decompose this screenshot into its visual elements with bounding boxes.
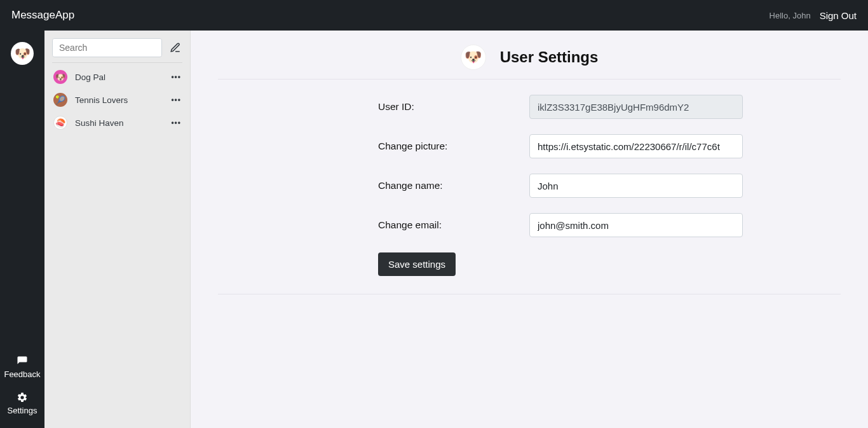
chat-avatar: 🍣 <box>53 116 67 130</box>
chat-avatar: 🎾 <box>53 93 67 107</box>
rail-feedback[interactable]: Feedback <box>0 352 44 383</box>
label-email: Change email: <box>218 219 529 231</box>
form-row-name: Change name: <box>218 174 841 198</box>
rail-settings-label: Settings <box>8 406 37 415</box>
divider <box>218 79 841 79</box>
save-settings-button[interactable]: Save settings <box>378 252 456 276</box>
chat-bubble-icon <box>17 356 28 367</box>
divider <box>52 62 182 63</box>
main-content: 🐶 User Settings User ID: Change picture:… <box>191 31 868 428</box>
chat-name: Sushi Haven <box>75 118 163 128</box>
chat-more-button[interactable]: ••• <box>171 72 181 81</box>
search-input[interactable] <box>53 39 162 57</box>
navbar-right: Hello, John Sign Out <box>770 10 857 21</box>
label-picture: Change picture: <box>218 141 529 152</box>
rail-feedback-label: Feedback <box>4 369 40 379</box>
user-id-field <box>529 95 743 119</box>
page-title: User Settings <box>500 48 599 66</box>
form-row-picture: Change picture: <box>218 134 841 158</box>
settings-form: User ID: Change picture: Change name: Ch… <box>218 95 841 276</box>
chat-more-button[interactable]: ••• <box>171 95 181 104</box>
chat-list-panel: 🐶 Dog Pal ••• 🎾 Tennis Lovers ••• 🍣 Sush… <box>44 31 191 428</box>
gear-icon <box>17 392 28 403</box>
picture-field[interactable] <box>529 134 743 158</box>
chat-name: Dog Pal <box>75 72 163 82</box>
label-user-id: User ID: <box>218 101 529 113</box>
top-navbar: MessageApp Hello, John Sign Out <box>0 0 868 31</box>
sign-out-button[interactable]: Sign Out <box>820 10 857 21</box>
compose-icon <box>170 42 181 53</box>
form-row-user-id: User ID: <box>218 95 841 119</box>
current-user-avatar[interactable]: 🐶 <box>11 42 34 65</box>
divider <box>218 294 841 294</box>
chat-item-dog-pal[interactable]: 🐶 Dog Pal ••• <box>44 66 190 88</box>
name-field[interactable] <box>529 174 743 198</box>
rail-settings[interactable]: Settings <box>0 388 44 419</box>
label-name: Change name: <box>218 180 529 191</box>
compose-button[interactable] <box>168 41 182 55</box>
chat-item-sushi-haven[interactable]: 🍣 Sushi Haven ••• <box>44 111 190 134</box>
dog-icon: 🐶 <box>15 46 31 61</box>
chat-name: Tennis Lovers <box>75 95 163 105</box>
chat-more-button[interactable]: ••• <box>171 118 181 127</box>
settings-avatar: 🐶 <box>461 45 486 70</box>
email-field[interactable] <box>529 213 743 237</box>
chat-avatar: 🐶 <box>53 70 67 84</box>
search-group <box>52 38 162 57</box>
settings-header: 🐶 User Settings <box>218 45 841 70</box>
chat-item-tennis-lovers[interactable]: 🎾 Tennis Lovers ••• <box>44 88 190 111</box>
greeting-text: Hello, John <box>770 11 811 20</box>
app-name[interactable]: MessageApp <box>11 9 74 22</box>
form-row-email: Change email: <box>218 213 841 237</box>
left-rail: 🐶 Feedback Settings <box>0 31 44 428</box>
